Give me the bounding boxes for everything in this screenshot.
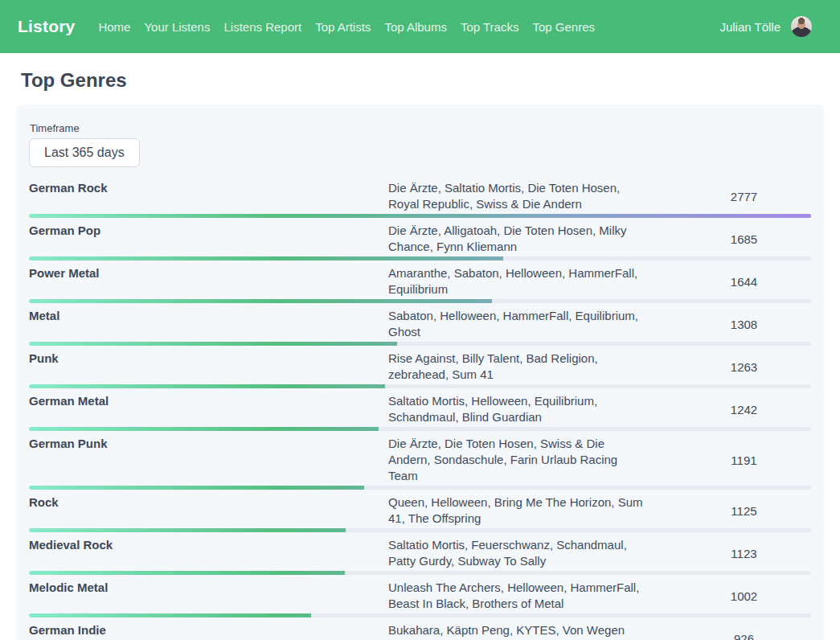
- genre-row: Punk Rise Against, Billy Talent, Bad Rel…: [29, 346, 811, 388]
- genre-bar: [29, 299, 492, 303]
- genre-name: German Indie: [29, 622, 388, 638]
- genre-bar: [29, 486, 364, 490]
- top-genres-card: Timeframe Last 365 days German Rock Die …: [16, 105, 824, 640]
- genre-bar-track: [29, 384, 811, 388]
- genre-listen-count: 1123: [691, 547, 811, 560]
- genre-top-artists: Die Ärzte, Saltatio Mortis, Die Toten Ho…: [388, 180, 647, 212]
- user-avatar[interactable]: [791, 16, 812, 37]
- genre-name: German Punk: [29, 436, 388, 452]
- genre-bar-track: [29, 571, 811, 575]
- genre-bar-track: [29, 256, 811, 261]
- genre-name: German Metal: [29, 393, 388, 409]
- genre-top-artists: Unleash The Archers, Helloween, HammerFa…: [388, 580, 647, 612]
- nav-item-home[interactable]: Home: [98, 20, 130, 34]
- genre-bar: [29, 528, 346, 532]
- page: { "header": { "brand": "Listory", "nav":…: [0, 0, 840, 640]
- app-header: Listory HomeYour ListensListens ReportTo…: [0, 0, 840, 53]
- genre-name: Punk: [29, 351, 388, 367]
- genre-row: German Pop Die Ärzte, Alligatoah, Die To…: [29, 218, 811, 261]
- genre-bar-track: [29, 342, 811, 346]
- user-name[interactable]: Julian Tölle: [719, 20, 781, 34]
- genre-top-artists: Saltatio Mortis, Feuerschwanz, Schandmau…: [388, 537, 647, 569]
- user-menu: Julian Tölle: [719, 16, 812, 37]
- genre-row: Power Metal Amaranthe, Sabaton, Hellowee…: [29, 261, 811, 303]
- genre-top-artists: Rise Against, Billy Talent, Bad Religion…: [388, 351, 647, 383]
- genre-top-artists: Queen, Helloween, Bring Me The Horizon, …: [388, 494, 647, 527]
- genre-name: German Pop: [29, 223, 388, 239]
- genre-bar: [29, 214, 811, 218]
- timeframe-label: Timeframe: [30, 122, 811, 134]
- timeframe-select[interactable]: Last 365 days: [29, 138, 140, 167]
- genre-bar: [29, 571, 345, 575]
- genre-listen-count: 1308: [691, 318, 811, 331]
- genre-top-artists: Bukahara, Käptn Peng, KYTES, Von Wegen L…: [388, 622, 647, 640]
- genre-row: German Rock Die Ärzte, Saltatio Mortis, …: [29, 175, 811, 218]
- genre-bar-track: [29, 613, 811, 617]
- genre-row: German Indie Bukahara, Käptn Peng, KYTES…: [29, 617, 811, 640]
- genre-name: German Rock: [29, 180, 388, 196]
- genre-listen-count: 926: [691, 632, 811, 640]
- main-nav: HomeYour ListensListens ReportTop Artist…: [98, 20, 719, 34]
- genre-listen-count: 1242: [691, 403, 811, 416]
- genre-name: Metal: [29, 308, 388, 324]
- genre-top-artists: Amaranthe, Sabaton, Helloween, HammerFal…: [388, 265, 647, 297]
- nav-item-top-tracks[interactable]: Top Tracks: [461, 20, 519, 34]
- nav-item-your-listens[interactable]: Your Listens: [144, 20, 210, 34]
- main-content: Top Genres Timeframe Last 365 days Germa…: [0, 69, 840, 640]
- genre-bar: [29, 342, 397, 346]
- genre-row: German Punk Die Ärzte, Die Toten Hosen, …: [29, 431, 811, 490]
- genre-bar: [29, 384, 385, 388]
- genre-listen-count: 1002: [691, 589, 811, 603]
- genre-top-artists: Saltatio Mortis, Helloween, Equilibrium,…: [388, 393, 647, 425]
- genre-bar-track: [29, 528, 811, 532]
- genre-name: Melodic Metal: [29, 580, 388, 596]
- genre-bar: [29, 256, 503, 261]
- nav-item-top-genres[interactable]: Top Genres: [532, 20, 595, 34]
- genre-name: Rock: [29, 494, 388, 511]
- genre-listen-count: 1685: [691, 232, 811, 246]
- nav-item-top-artists[interactable]: Top Artists: [315, 20, 371, 34]
- page-title: Top Genres: [21, 69, 840, 92]
- brand-logo[interactable]: Listory: [18, 17, 75, 36]
- genre-listen-count: 1191: [691, 453, 811, 467]
- genre-row: Metal Sabaton, Helloween, HammerFall, Eq…: [29, 303, 811, 346]
- genre-listen-count: 2777: [691, 190, 811, 203]
- genre-bar-track: [29, 299, 811, 303]
- genre-row: Melodic Metal Unleash The Archers, Hello…: [29, 575, 811, 617]
- genre-bar-track: [29, 486, 811, 490]
- genre-listen-count: 1644: [691, 275, 811, 289]
- genre-name: Medieval Rock: [29, 537, 388, 553]
- genre-table: German Rock Die Ärzte, Saltatio Mortis, …: [29, 175, 811, 640]
- genre-top-artists: Die Ärzte, Alligatoah, Die Toten Hosen, …: [388, 223, 647, 255]
- nav-item-listens-report[interactable]: Listens Report: [223, 20, 301, 34]
- genre-bar: [29, 613, 311, 617]
- genre-row: Medieval Rock Saltatio Mortis, Feuerschw…: [29, 532, 811, 575]
- genre-bar-track: [29, 214, 811, 218]
- genre-top-artists: Sabaton, Helloween, HammerFall, Equilibr…: [388, 308, 647, 340]
- nav-item-top-albums[interactable]: Top Albums: [384, 20, 447, 34]
- genre-bar-track: [29, 427, 811, 431]
- genre-listen-count: 1125: [691, 504, 811, 518]
- genre-name: Power Metal: [29, 265, 388, 281]
- genre-bar: [29, 427, 379, 431]
- genre-listen-count: 1263: [691, 360, 811, 374]
- genre-row: German Metal Saltatio Mortis, Helloween,…: [29, 388, 811, 431]
- genre-top-artists: Die Ärzte, Die Toten Hosen, Swiss & Die …: [388, 436, 647, 484]
- genre-row: Rock Queen, Helloween, Bring Me The Hori…: [29, 490, 811, 532]
